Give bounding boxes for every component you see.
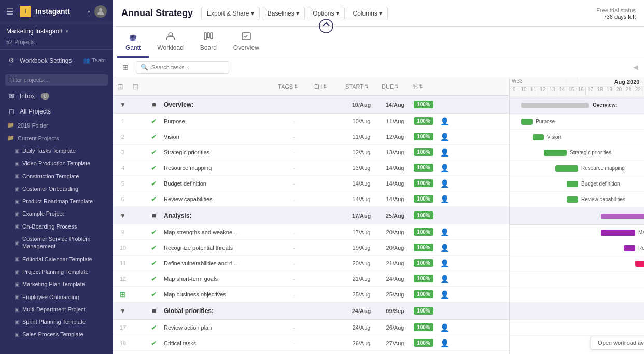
view-tabs: ▦ Gantt Workload Board Overview — [113, 27, 644, 58]
sidebar-item-workbook-settings[interactable]: ⚙ Workbook Settings 👥 Team — [0, 53, 113, 68]
sidebar-item-multi-dept[interactable]: ▣ Multi-Department Project — [0, 303, 113, 316]
task-check-icon[interactable]: ✔ — [146, 290, 162, 299]
sidebar-item-construction[interactable]: ▣ Construction Template — [0, 170, 113, 182]
sidebar-item-onboarding-process[interactable]: ▣ On-Boarding Process — [0, 220, 113, 233]
bar-label-threats: Recognize potential threats — [638, 245, 644, 251]
task-table: ⊞ ⊟ TAGS⇅ EH⇅ START⇅ DUE⇅ %⇅ ▼ ■ — [113, 77, 510, 354]
task-check-icon[interactable]: ✔ — [146, 179, 162, 188]
task-check-icon[interactable]: ✔ — [146, 228, 162, 236]
col-start[interactable]: START⇅ — [343, 83, 380, 90]
baselines-button[interactable]: Baselines ▾ — [262, 7, 305, 20]
task-check-icon[interactable]: ✔ — [146, 164, 162, 172]
task-name[interactable]: Purpose — [162, 118, 276, 124]
task-name[interactable]: Review action plan — [162, 324, 276, 331]
col-eh[interactable]: EH⇅ — [312, 83, 343, 90]
tab-workload[interactable]: Workload — [149, 27, 191, 58]
task-name[interactable]: Review capabilities — [162, 196, 276, 202]
search-box[interactable]: 🔍 — [136, 61, 229, 74]
sidebar-item-customer-service[interactable]: ▣ Customer Service Problem Management — [0, 233, 113, 253]
task-name[interactable]: Critical tasks — [162, 340, 276, 346]
task-name[interactable]: Map short-term goals — [162, 276, 276, 282]
sidebar-search[interactable] — [0, 71, 113, 89]
section-due: 14/Aug — [380, 102, 411, 108]
project-icon: ▣ — [15, 148, 19, 154]
table-row: 4 ✔ Resource mapping - 13/Aug 14/Aug 100… — [113, 160, 509, 176]
back-button[interactable]: ◀ — [633, 64, 638, 71]
section-pct: 100% — [414, 101, 433, 108]
task-name[interactable]: Recognize potential threats — [162, 245, 276, 251]
task-name[interactable]: Map strengths and weakne... — [162, 229, 276, 235]
sidebar-item-all-projects[interactable]: ◻ All Projects — [0, 104, 113, 119]
col-expand[interactable]: ⊟ — [131, 82, 146, 91]
task-check-icon[interactable]: ✔ — [146, 148, 162, 157]
task-check-icon[interactable]: ✔ — [146, 195, 162, 203]
search-tasks-input[interactable] — [151, 64, 225, 70]
tab-gantt[interactable]: ▦ Gantt — [117, 27, 149, 58]
tab-board[interactable]: Board — [192, 27, 225, 58]
col-pct[interactable]: %⇅ — [411, 83, 437, 90]
section-expand[interactable]: ▼ — [115, 307, 131, 315]
user-avatar — [94, 5, 107, 18]
hamburger-icon[interactable]: ☰ — [6, 7, 13, 17]
task-check-icon[interactable]: ✔ — [146, 244, 162, 252]
sidebar-item-video-production[interactable]: ▣ Video Production Template — [0, 157, 113, 169]
task-pct: 100% — [414, 323, 433, 331]
sidebar-user[interactable]: Marketing Instagantt ▾ — [0, 23, 113, 39]
task-user-icon: 👤 — [437, 339, 452, 347]
sidebar-item-marketing-plan[interactable]: ▣ Marketing Plan Template — [0, 278, 113, 290]
task-check-icon[interactable]: ✔ — [146, 339, 162, 347]
task-pct: 100% — [414, 117, 433, 125]
section-expand[interactable]: ▼ — [115, 212, 131, 219]
sidebar-item-label: Project Planning Template — [22, 268, 89, 275]
task-check-icon[interactable]: ✔ — [146, 117, 162, 125]
sidebar-item-example-project[interactable]: ▣ Example Project — [0, 207, 113, 220]
task-check-icon[interactable]: ✔ — [146, 133, 162, 141]
sidebar-folder-2019[interactable]: 📁 2019 Folder — [0, 119, 113, 132]
sidebar-item-product-roadmap[interactable]: ▣ Product Roadmap Template — [0, 195, 113, 207]
sidebar-item-inbox[interactable]: ✉ Inbox 0 — [0, 89, 113, 104]
task-name[interactable]: Budget definition — [162, 180, 276, 187]
sidebar-item-sales-process[interactable]: ▣ Sales Process Template — [0, 328, 113, 341]
add-column-button[interactable]: ⊞ — [119, 61, 132, 74]
task-user-icon: 👤 — [437, 195, 452, 203]
options-button[interactable]: Options ▾ — [307, 7, 345, 20]
row-number: 17 — [115, 324, 131, 331]
task-tags: - — [276, 260, 312, 266]
gantt-section-overview: Overview: — [510, 96, 644, 114]
task-check-icon[interactable]: ✔ — [146, 275, 162, 283]
project-icon: ▣ — [15, 268, 19, 275]
project-icon: ▣ — [15, 319, 19, 325]
sidebar-item-project-planning[interactable]: ▣ Project Planning Template — [0, 265, 113, 278]
col-add[interactable]: ⊞ — [115, 82, 131, 91]
task-name[interactable]: Resource mapping — [162, 165, 276, 171]
sidebar-item-editorial[interactable]: ▣ Editorial Calendar Template — [0, 253, 113, 265]
folder-current-icon: 📁 — [7, 135, 15, 141]
sidebar-item-daily-tasks[interactable]: ▣ Daily Tasks Template — [0, 145, 113, 157]
day-17: 17 — [586, 87, 595, 96]
gantt-row-review-cap: Review capabilities — [510, 192, 644, 207]
sidebar-item-customer-onboarding[interactable]: ▣ Customer Onboarding — [0, 182, 113, 195]
task-name[interactable]: Define vulnerabilities and ri... — [162, 260, 276, 266]
col-tags[interactable]: TAGS⇅ — [276, 83, 312, 90]
task-name[interactable]: Vision — [162, 134, 276, 140]
open-workload-button[interactable]: Open workload availability ▾ — [590, 336, 644, 350]
section-expand[interactable]: ▼ — [115, 101, 131, 108]
tab-overview[interactable]: Overview — [225, 27, 268, 58]
bar-strengths — [601, 230, 635, 236]
task-due: 20/Aug — [380, 229, 411, 235]
task-name[interactable]: Strategic priorities — [162, 149, 276, 155]
gantt-row-vuln: Define vulnerabilities and risks — [510, 256, 644, 272]
export-share-button[interactable]: Export & Share ▾ — [201, 7, 260, 20]
task-start: 14/Aug — [343, 180, 380, 187]
add-task-icon[interactable]: ⊞ — [115, 290, 131, 299]
task-pct: 100% — [414, 195, 433, 203]
task-name[interactable]: Map business objectives — [162, 291, 276, 298]
columns-button[interactable]: Columns ▾ — [347, 7, 388, 20]
sidebar-item-employee-onboarding[interactable]: ▣ Employee Onboarding — [0, 291, 113, 303]
col-due[interactable]: DUE⇅ — [380, 83, 411, 90]
filter-projects-input[interactable] — [5, 74, 108, 86]
task-check-icon[interactable]: ✔ — [146, 259, 162, 267]
task-check-icon[interactable]: ✔ — [146, 323, 162, 332]
sidebar-item-sprint-planning[interactable]: ▣ Sprint Planning Template — [0, 316, 113, 328]
sidebar-folder-current[interactable]: 📁 Current Projects — [0, 132, 113, 145]
